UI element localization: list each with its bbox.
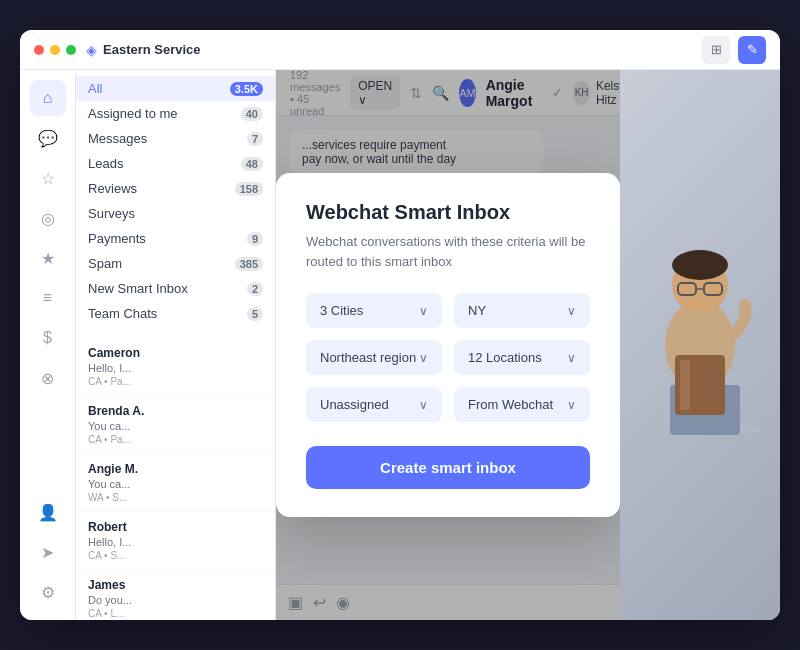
list-item[interactable]: Angie M. You ca... WA • S... (76, 454, 275, 512)
nav-item-all[interactable]: All 3.5K (76, 76, 275, 101)
sidebar: ⌂ 💬 ☆ ◎ ★ ≡ $ ⊗ 👤 ➤ ⚙ (20, 70, 76, 620)
app-title: Eastern Service (103, 42, 201, 57)
nav-badge-smart: 2 (247, 282, 263, 296)
chevron-down-icon: ∨ (419, 304, 428, 318)
chevron-down-icon: ∨ (419, 398, 428, 412)
list-item[interactable]: James Do you... CA • L... (76, 570, 275, 620)
assigned-label: Unassigned (320, 397, 389, 412)
app-logo-icon: ◈ (86, 42, 97, 58)
sidebar-icon-payments[interactable]: $ (30, 320, 66, 356)
close-button[interactable] (34, 45, 44, 55)
modal-subtitle: Webchat conversations with these criteri… (306, 232, 590, 271)
nav-label: Messages (88, 131, 147, 146)
sidebar-icon-leads[interactable]: ◎ (30, 200, 66, 236)
conv-meta: CA • Pa... (88, 376, 263, 387)
state-dropdown[interactable]: NY ∨ (454, 293, 590, 328)
nav-item-spam[interactable]: Spam 385 (76, 251, 275, 276)
grid-view-button[interactable]: ⊞ (702, 36, 730, 64)
person-illustration (620, 70, 780, 620)
nav-label: Reviews (88, 181, 137, 196)
list-item[interactable]: Brenda A. You ca... CA • Pa... (76, 396, 275, 454)
conv-name: Cameron (88, 346, 263, 360)
left-panel: All 3.5K Assigned to me 40 Messages 7 Le… (76, 70, 276, 620)
sidebar-icon-settings[interactable]: ⚙ (30, 574, 66, 610)
assigned-dropdown[interactable]: Unassigned ∨ (306, 387, 442, 422)
conv-meta: WA • S... (88, 492, 263, 503)
sidebar-icon-home[interactable]: ⌂ (30, 80, 66, 116)
conv-preview: Do you... (88, 594, 263, 606)
nav-label: Payments (88, 231, 146, 246)
conv-name: Angie M. (88, 462, 263, 476)
nav-item-payments[interactable]: Payments 9 (76, 226, 275, 251)
chevron-down-icon: ∨ (567, 351, 576, 365)
nav-badge-payments: 9 (247, 232, 263, 246)
region-label: Northeast region (320, 350, 416, 365)
locations-dropdown[interactable]: 12 Locations ∨ (454, 340, 590, 375)
background-photo (620, 70, 780, 620)
conv-name: Brenda A. (88, 404, 263, 418)
nav-label: Surveys (88, 206, 135, 221)
sidebar-icon-surveys[interactable]: ≡ (30, 280, 66, 316)
conv-preview: You ca... (88, 478, 263, 490)
nav-label: Assigned to me (88, 106, 178, 121)
source-label: From Webchat (468, 397, 553, 412)
traffic-lights (34, 45, 76, 55)
locations-label: 12 Locations (468, 350, 542, 365)
cities-dropdown[interactable]: 3 Cities ∨ (306, 293, 442, 328)
maximize-button[interactable] (66, 45, 76, 55)
modal-title: Webchat Smart Inbox (306, 201, 590, 224)
nav-item-smart-inbox[interactable]: New Smart Inbox 2 (76, 276, 275, 301)
nav-badge-messages: 7 (247, 132, 263, 146)
nav-item-assigned[interactable]: Assigned to me 40 (76, 101, 275, 126)
inbox-nav: All 3.5K Assigned to me 40 Messages 7 Le… (76, 70, 275, 332)
cities-label: 3 Cities (320, 303, 363, 318)
chevron-down-icon: ∨ (567, 304, 576, 318)
nav-badge-leads: 48 (241, 157, 263, 171)
sidebar-icon-star[interactable]: ☆ (30, 160, 66, 196)
nav-badge-team: 5 (247, 307, 263, 321)
conv-name: James (88, 578, 263, 592)
conversation-list: Cameron Hello, I... CA • Pa... Brenda A.… (76, 332, 275, 620)
nav-badge-spam: 385 (235, 257, 263, 271)
nav-label: Spam (88, 256, 122, 271)
sidebar-icon-chat[interactable]: 💬 (30, 120, 66, 156)
sidebar-icon-spam[interactable]: ⊗ (30, 360, 66, 396)
nav-item-reviews[interactable]: Reviews 158 (76, 176, 275, 201)
nav-label: New Smart Inbox (88, 281, 188, 296)
nav-badge-all: 3.5K (230, 82, 263, 96)
list-item[interactable]: Cameron Hello, I... CA • Pa... (76, 338, 275, 396)
smart-inbox-modal: Webchat Smart Inbox Webchat conversation… (276, 173, 620, 517)
source-dropdown[interactable]: From Webchat ∨ (454, 387, 590, 422)
modal-overlay: Webchat Smart Inbox Webchat conversation… (276, 70, 620, 620)
modal-dropdowns: 3 Cities ∨ NY ∨ Northeast region ∨ 12 (306, 293, 590, 422)
nav-item-leads[interactable]: Leads 48 (76, 151, 275, 176)
minimize-button[interactable] (50, 45, 60, 55)
nav-badge-reviews: 158 (235, 182, 263, 196)
nav-label: All (88, 81, 102, 96)
conv-preview: You ca... (88, 420, 263, 432)
conv-preview: Hello, I... (88, 362, 263, 374)
app-window: ◈ Eastern Service ⊞ ✎ ⌂ 💬 ☆ ◎ ★ ≡ $ ⊗ 👤 … (20, 30, 780, 620)
conv-meta: CA • S... (88, 550, 263, 561)
nav-label: Team Chats (88, 306, 157, 321)
list-item[interactable]: Robert Hello, I... CA • S... (76, 512, 275, 570)
nav-item-team-chats[interactable]: Team Chats 5 (76, 301, 275, 326)
title-bar: ◈ Eastern Service ⊞ ✎ (20, 30, 780, 70)
sidebar-icon-users[interactable]: 👤 (30, 494, 66, 530)
nav-item-surveys[interactable]: Surveys (76, 201, 275, 226)
title-bar-actions: ⊞ ✎ (702, 36, 766, 64)
center-panel: 192 messages • 45 unread OPEN ∨ ⇅ 🔍 AM A… (276, 70, 620, 620)
conv-preview: Hello, I... (88, 536, 263, 548)
region-dropdown[interactable]: Northeast region ∨ (306, 340, 442, 375)
conv-meta: CA • L... (88, 608, 263, 619)
compose-button[interactable]: ✎ (738, 36, 766, 64)
main-content: ⌂ 💬 ☆ ◎ ★ ≡ $ ⊗ 👤 ➤ ⚙ All 3.5K Assigned … (20, 70, 780, 620)
right-panel (620, 70, 780, 620)
sidebar-icon-send[interactable]: ➤ (30, 534, 66, 570)
nav-label: Leads (88, 156, 123, 171)
sidebar-icon-reviews[interactable]: ★ (30, 240, 66, 276)
svg-rect-9 (680, 360, 690, 410)
create-smart-inbox-button[interactable]: Create smart inbox (306, 446, 590, 489)
chevron-down-icon: ∨ (567, 398, 576, 412)
nav-item-messages[interactable]: Messages 7 (76, 126, 275, 151)
